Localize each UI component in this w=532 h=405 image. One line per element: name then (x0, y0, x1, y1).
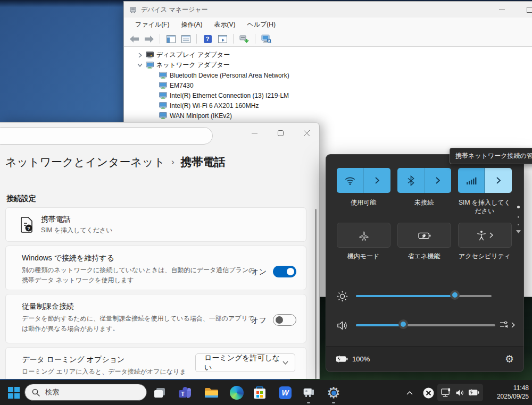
back-icon[interactable] (128, 33, 140, 44)
network-adapter-icon (159, 82, 167, 89)
settings-close-button[interactable] (294, 124, 319, 142)
roaming-dropdown-value: ローミングを許可しない (204, 353, 282, 373)
volume-slider[interactable] (356, 324, 495, 326)
legacy-hardware-icon[interactable] (260, 33, 272, 44)
task-view-button[interactable] (148, 382, 171, 403)
roaming-dropdown[interactable]: ローミングを許可しない (195, 353, 295, 372)
panel-pagination[interactable] (516, 206, 521, 233)
settings-minimize-button[interactable] (242, 124, 267, 142)
tray-status-button[interactable] (419, 382, 437, 403)
page-dot[interactable] (518, 224, 520, 226)
tree-item-adapter[interactable]: WAN Miniport (IKEv2) (124, 111, 532, 121)
page-dot-active[interactable] (517, 206, 520, 208)
battery-saver-tile[interactable] (397, 223, 451, 248)
page-title: 携帯電話 (181, 155, 226, 170)
tree-item-label: EM7430 (170, 82, 194, 89)
sim-card-icon: ? (20, 216, 35, 233)
bluetooth-tile[interactable] (397, 168, 451, 193)
breadcrumb-root[interactable]: ネットワークとインターネット (5, 155, 165, 170)
console-tree-icon[interactable] (165, 33, 177, 44)
toggle-knob (287, 268, 294, 275)
device-manager-minimize-button[interactable] (490, 2, 513, 18)
action-pane-icon[interactable] (217, 33, 228, 44)
taskbar-search[interactable]: 検索 (24, 384, 147, 401)
brightness-slider[interactable] (356, 295, 492, 297)
metered-toggle[interactable] (273, 314, 296, 326)
menu-file[interactable]: ファイル(F) (129, 18, 175, 31)
display-adapter-icon (146, 52, 154, 58)
tree-item-network-adapters[interactable]: ネットワーク アダプター (124, 60, 532, 70)
settings-scrollbar[interactable] (315, 209, 317, 379)
tooltip: 携帯ネットワーク接続の管理 (450, 148, 532, 164)
page-down-arrow-icon[interactable] (516, 230, 521, 233)
taskbar-clock[interactable]: 11:48 2025/09/25 (497, 384, 529, 401)
tree-item-label: Bluetooth Device (Personal Area Network) (170, 72, 289, 79)
page-dot[interactable] (518, 216, 520, 218)
tree-item-display-adapters[interactable]: ディスプレイ アダプター (124, 50, 532, 60)
volume-slider-thumb[interactable] (398, 319, 408, 329)
microsoft-store-button[interactable] (248, 382, 271, 403)
tree-item-adapter[interactable]: Intel(R) Wi-Fi 6 AX201 160MHz (124, 100, 532, 111)
device-manager-taskbar-button[interactable] (297, 382, 320, 403)
start-button[interactable] (2, 382, 26, 403)
accessibility-tile[interactable] (458, 223, 512, 248)
airplane-mode-tile[interactable] (337, 223, 390, 248)
settings-search-input[interactable] (0, 127, 213, 145)
system-tray-group[interactable] (437, 384, 483, 401)
tooltip-text: 携帯ネットワーク接続の管理 (455, 151, 532, 161)
audio-mixer-icon (500, 320, 509, 330)
menu-help[interactable]: ヘルプ(H) (241, 18, 281, 31)
teams-button[interactable]: T (173, 382, 197, 403)
store-icon (253, 386, 266, 399)
quick-settings-gear-icon[interactable]: ⚙ (505, 354, 514, 364)
wps-office-button[interactable]: W (273, 382, 297, 403)
tray-overflow-button[interactable] (400, 382, 419, 403)
chevron-right-icon[interactable] (137, 53, 143, 58)
bluetooth-tile-label: 未接続 (395, 198, 453, 207)
wifi-tile[interactable] (337, 168, 390, 193)
teams-icon: T (178, 386, 192, 399)
settings-taskbar-button[interactable]: ⚙ (322, 382, 345, 403)
toolbar-separator (233, 34, 234, 44)
sim-card-title: 携帯電話 (41, 215, 71, 224)
accessibility-expand-chevron[interactable] (489, 232, 493, 238)
cellular-expand-chevron[interactable] (485, 168, 512, 193)
forward-icon[interactable] (143, 33, 155, 44)
wifi-expand-chevron[interactable] (364, 168, 390, 193)
settings-window: ネットワークとインターネット › 携帯電話 接続設定 ? 携帯電話 SIM を挿… (0, 122, 320, 379)
tree-item-adapter[interactable]: Intel(R) Ethernet Connection (13) I219-L… (124, 90, 532, 100)
file-explorer-button[interactable] (200, 382, 223, 403)
chevron-right-icon (511, 322, 515, 328)
settings-maximize-button[interactable] (268, 124, 293, 142)
network-icon (441, 388, 451, 398)
bluetooth-expand-chevron[interactable] (425, 168, 451, 193)
properties-icon[interactable] (180, 33, 192, 44)
bluetooth-icon[interactable] (397, 168, 424, 193)
task-view-icon (153, 387, 166, 399)
device-manager-app-icon (129, 6, 137, 14)
tree-item-adapter[interactable]: Bluetooth Device (Personal Area Network) (124, 70, 532, 80)
tree-item-adapter[interactable]: EM7430 (124, 80, 532, 90)
help-icon[interactable]: ? (202, 33, 213, 44)
menu-view[interactable]: 表示(V) (208, 18, 241, 31)
cellular-tile[interactable] (458, 168, 512, 193)
device-manager-titlebar[interactable]: デバイス マネージャー (124, 2, 532, 18)
battery-status[interactable]: 100% (336, 355, 370, 363)
brightness-slider-thumb[interactable] (450, 290, 460, 300)
audio-output-select[interactable] (500, 320, 515, 330)
menu-action[interactable]: 操作(A) (175, 18, 208, 31)
settings-gear-icon: ⚙ (326, 385, 342, 401)
chevron-down-icon[interactable] (137, 63, 143, 67)
wifi-icon[interactable] (337, 168, 363, 193)
keep-connected-card: Windows で接続を維持する 別の種類のネットワークに接続していないときは、… (5, 246, 306, 290)
accessibility-icon (477, 230, 486, 241)
battery-saver-icon (418, 231, 431, 240)
device-manager-maximize-button[interactable] (518, 2, 532, 18)
edge-browser-button[interactable] (225, 382, 248, 403)
volume-icon (337, 320, 348, 331)
cellular-icon[interactable] (458, 168, 485, 193)
cellular-sim-card[interactable]: ? 携帯電話 SIM を挿入してください (5, 207, 306, 242)
scan-hardware-icon[interactable] (238, 33, 250, 44)
keep-connected-toggle[interactable] (273, 266, 296, 277)
airplane-tile-label: 機内モード (334, 252, 393, 260)
